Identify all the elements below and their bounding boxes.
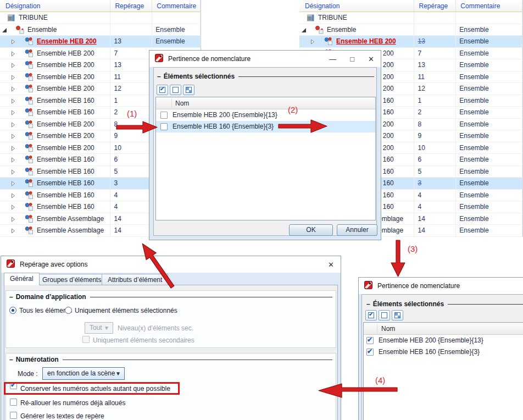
mode-combo[interactable]: en fonction de la scène▼ xyxy=(42,367,125,380)
invert-selection-button[interactable] xyxy=(392,310,403,320)
checkbox-generer-textes[interactable] xyxy=(10,412,17,419)
ensemble-icon xyxy=(25,167,34,178)
table-row[interactable]: TRIBUNE xyxy=(299,12,522,24)
table-row[interactable]: EnsembleEnsemble xyxy=(299,24,522,36)
designation-link[interactable]: Ensemble HEB 200 xyxy=(37,36,97,48)
column-header[interactable]: Désignation xyxy=(299,0,414,12)
radio-uniquement-selectionnes[interactable] xyxy=(65,307,72,314)
expand-icon[interactable] xyxy=(11,51,15,59)
reperage-value: 5 xyxy=(110,166,152,178)
commentaire-value: Ensemble xyxy=(456,24,522,36)
annotation-label-3: (3) xyxy=(408,244,418,253)
uncheck-all-button[interactable] xyxy=(170,85,181,95)
reperage-value: 4 xyxy=(110,190,152,202)
list-item[interactable]: Ensemble HEB 200 {Ensemble}{13} xyxy=(156,109,375,121)
checkbox-label: Générer les textes de repère xyxy=(20,412,104,420)
item-checkbox[interactable] xyxy=(366,337,374,344)
expand-icon[interactable] xyxy=(11,157,15,165)
radio-tous-les-elements[interactable] xyxy=(9,307,16,314)
reperage-value: 8 xyxy=(414,119,455,131)
ok-button[interactable]: OK xyxy=(289,224,333,236)
minimize-icon[interactable]: — xyxy=(329,55,336,63)
annotation-label-1: (1) xyxy=(127,109,137,118)
ensemble-icon xyxy=(25,131,34,142)
designation-label: Ensemble HEB 160 xyxy=(37,166,94,178)
item-checkbox[interactable] xyxy=(160,112,168,119)
expand-icon[interactable] xyxy=(11,109,15,118)
designation-label: Ensemble xyxy=(27,24,57,36)
dialog-titlebar[interactable]: Repérage avec options ✕ xyxy=(1,256,341,273)
list-header[interactable]: Nom xyxy=(156,97,375,109)
expand-icon[interactable] xyxy=(310,38,315,47)
designation-label: TRIBUNE xyxy=(19,12,48,24)
reperage-value: 12 xyxy=(110,83,152,95)
commentaire-value: Ensemble xyxy=(456,95,522,107)
designation-label: Ensemble HEB 200 xyxy=(37,59,94,71)
checkbox-label: Uniquement éléments secondaires xyxy=(93,336,194,344)
list-item[interactable]: Ensemble HEB 160 {Ensemble}{3} xyxy=(364,346,523,358)
list-item[interactable]: Ensemble HEB 200 {Ensemble}{13} xyxy=(364,335,523,346)
check-all-button[interactable] xyxy=(365,310,377,320)
designation-label: Ensemble HEB 160 xyxy=(37,154,94,166)
cancel-button[interactable]: Annuler xyxy=(337,224,377,236)
collapse-icon[interactable] xyxy=(2,27,7,35)
column-header[interactable]: Repérage xyxy=(414,0,456,12)
uncheck-all-button[interactable] xyxy=(379,310,390,320)
ensemble-root-icon xyxy=(15,25,25,36)
check-all-button[interactable] xyxy=(157,85,168,95)
expand-icon[interactable] xyxy=(11,228,15,236)
expand-icon[interactable] xyxy=(11,38,15,47)
tab-attributs-element[interactable]: Attributs d’élément xyxy=(102,274,168,285)
highlight-rectangle xyxy=(4,382,180,395)
designation-link[interactable]: Ensemble HEB 200 xyxy=(336,36,396,48)
item-checkbox[interactable] xyxy=(366,349,374,356)
collapse-icon[interactable] xyxy=(301,27,307,35)
commentaire-value: Ensemble xyxy=(456,59,522,71)
expand-icon[interactable] xyxy=(11,62,15,70)
ensemble-icon xyxy=(25,73,34,84)
tab-general[interactable]: Général xyxy=(4,273,40,285)
table-row[interactable]: Ensemble HEB 20013Ensemble xyxy=(0,36,201,48)
reperage-value: 4 xyxy=(414,201,455,213)
commentaire-value: Ensemble xyxy=(456,154,522,166)
expand-icon[interactable] xyxy=(11,216,15,224)
expand-icon[interactable] xyxy=(11,204,15,212)
expand-icon[interactable] xyxy=(11,74,15,82)
column-header[interactable]: Repérage xyxy=(110,0,152,12)
designation-label: Ensemble xyxy=(327,24,356,36)
close-icon[interactable]: ✕ xyxy=(368,55,374,63)
dialog-titlebar[interactable]: Pertinence de nomenclature — □ ✕ xyxy=(149,51,381,67)
column-header[interactable]: Désignation xyxy=(0,0,110,12)
expand-icon[interactable] xyxy=(11,121,15,130)
reperage-value: 11 xyxy=(414,71,455,84)
tab-groupes-elements[interactable]: Groupes d’éléments xyxy=(36,274,107,285)
expand-icon[interactable] xyxy=(11,180,15,189)
column-header[interactable]: Commentaire xyxy=(152,0,201,12)
list-header[interactable]: Nom xyxy=(364,323,523,335)
reperage-value: 14 xyxy=(110,213,152,225)
table-row[interactable]: EnsembleEnsemble xyxy=(0,24,201,36)
reperage-value: 3 xyxy=(414,178,455,190)
expand-icon[interactable] xyxy=(11,169,15,177)
dialog-titlebar[interactable]: Pertinence de nomenclature xyxy=(359,278,523,294)
expand-icon[interactable] xyxy=(11,145,15,153)
reperage-value: 5 xyxy=(414,166,455,178)
expand-icon[interactable] xyxy=(11,192,15,201)
close-icon[interactable]: ✕ xyxy=(328,261,334,269)
commentaire-value: Ensemble xyxy=(456,178,522,190)
invert-selection-button[interactable] xyxy=(183,85,194,95)
checkbox-reallouer-numeros[interactable] xyxy=(10,399,17,406)
reperage-value: 14 xyxy=(414,213,455,225)
table-row[interactable]: TRIBUNE xyxy=(0,12,201,24)
list-item[interactable]: Ensemble HEB 160 {Ensemble}{3} xyxy=(156,121,375,132)
item-checkbox[interactable] xyxy=(160,123,168,130)
group-title: Numérotation xyxy=(16,356,59,363)
table-row[interactable]: Ensemble HEB 20013Ensemble xyxy=(299,36,522,48)
expand-icon[interactable] xyxy=(11,133,15,141)
column-header[interactable]: Commentaire xyxy=(456,0,522,12)
maximize-icon[interactable]: □ xyxy=(350,55,354,63)
radio-label: Tous les éléments xyxy=(19,307,72,314)
expand-icon[interactable] xyxy=(11,98,15,106)
reperage-value: 13 xyxy=(110,36,152,48)
expand-icon[interactable] xyxy=(11,86,15,94)
